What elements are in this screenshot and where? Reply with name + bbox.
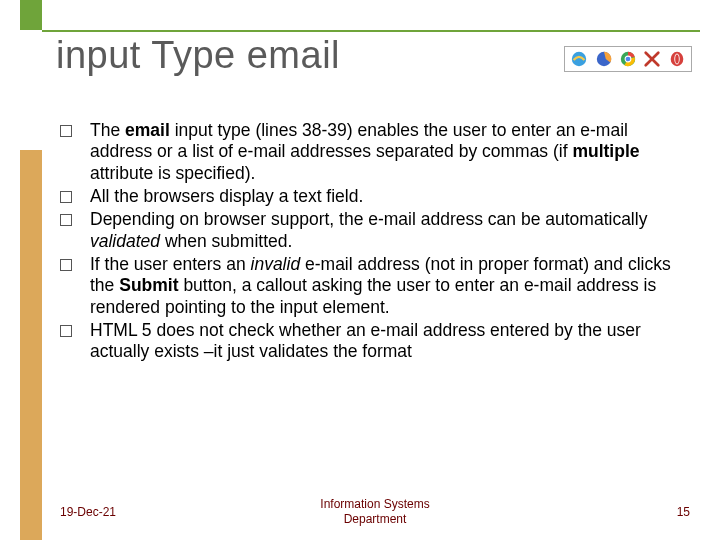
- list-item: All the browsers display a text field.: [60, 186, 690, 207]
- ie-icon: [570, 50, 588, 68]
- bullet-square-icon: [60, 325, 72, 337]
- bullet-square-icon: [60, 191, 72, 203]
- list-item: Depending on browser support, the e-mail…: [60, 209, 690, 252]
- bullet-square-icon: [60, 259, 72, 271]
- footer-date: 19-Dec-21: [60, 505, 180, 519]
- bullet-square-icon: [60, 125, 72, 137]
- chrome-icon: [619, 50, 637, 68]
- footer-center: Information Systems Department: [180, 497, 570, 526]
- svg-point-9: [675, 55, 679, 64]
- bullet-text: The email input type (lines 38-39) enabl…: [90, 120, 690, 184]
- bullet-text: If the user enters an invalid e-mail add…: [90, 254, 690, 318]
- list-item: The email input type (lines 38-39) enabl…: [60, 120, 690, 184]
- list-item: HTML 5 does not check whether an e-mail …: [60, 320, 690, 363]
- firefox-icon: [595, 50, 613, 68]
- browser-support-badge: [564, 46, 692, 72]
- bullet-text: Depending on browser support, the e-mail…: [90, 209, 690, 252]
- bullet-square-icon: [60, 214, 72, 226]
- footer-page-number: 15: [570, 505, 690, 519]
- slide-footer: 19-Dec-21 Information Systems Department…: [60, 497, 690, 526]
- bullet-text: All the browsers display a text field.: [90, 186, 363, 207]
- accent-sidebar: [20, 0, 42, 540]
- title-rule: [42, 30, 700, 32]
- opera-icon: [668, 50, 686, 68]
- slide-title: input Type email: [56, 34, 340, 77]
- list-item: If the user enters an invalid e-mail add…: [60, 254, 690, 318]
- bullet-list: The email input type (lines 38-39) enabl…: [60, 120, 690, 365]
- safari-x-icon: [643, 50, 661, 68]
- bullet-text: HTML 5 does not check whether an e-mail …: [90, 320, 690, 363]
